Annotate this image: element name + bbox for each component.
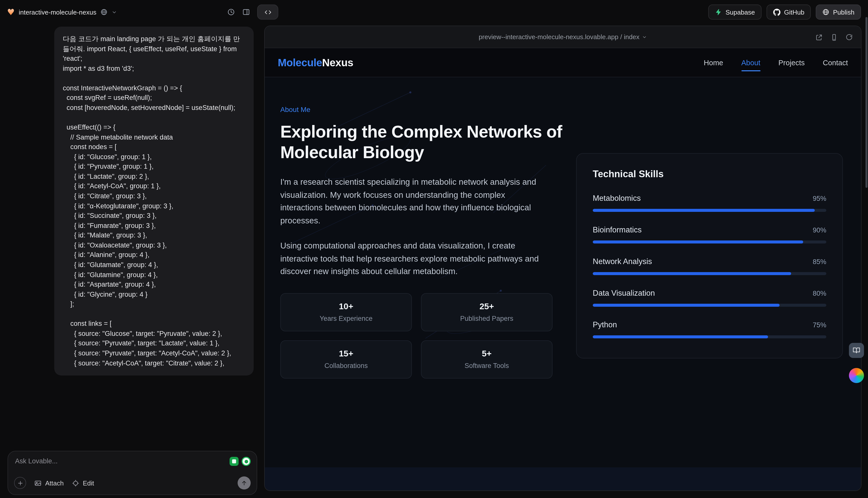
stat-label: Software Tools bbox=[465, 362, 509, 370]
nav-home[interactable]: Home bbox=[704, 48, 723, 77]
site-logo[interactable]: MoleculeNexus bbox=[278, 56, 353, 68]
publish-button[interactable]: Publish bbox=[816, 4, 861, 19]
address-label: preview--interactive-molecule-nexus.lova… bbox=[479, 33, 639, 41]
code-view-toggle[interactable] bbox=[257, 4, 278, 19]
chevron-down-icon bbox=[112, 9, 117, 15]
stat-value: 5+ bbox=[482, 349, 492, 359]
site-preview: MoleculeNexus Home About Projects Contac… bbox=[265, 48, 861, 490]
skill-item: Network Analysis 85% bbox=[593, 257, 826, 275]
preview-url-bar: preview--interactive-molecule-nexus.lova… bbox=[265, 26, 861, 48]
address-text[interactable]: preview--interactive-molecule-nexus.lova… bbox=[479, 33, 647, 41]
chat-composer: Attach Edit bbox=[8, 451, 257, 495]
github-button[interactable]: GitHub bbox=[766, 4, 811, 19]
nav-about[interactable]: About bbox=[741, 48, 760, 77]
skill-bar bbox=[593, 209, 826, 212]
top-bar: ♥ interactive-molecule-nexus Supa bbox=[0, 0, 868, 24]
site-header: MoleculeNexus Home About Projects Contac… bbox=[265, 48, 861, 77]
globe-icon bbox=[101, 9, 107, 16]
site-footer bbox=[265, 467, 861, 490]
technical-skills-card: Technical Skills Metabolomics 95% Bioinf… bbox=[576, 153, 843, 358]
skill-bar bbox=[593, 240, 826, 244]
refresh-icon[interactable] bbox=[845, 34, 853, 41]
docs-button[interactable] bbox=[849, 343, 864, 358]
stat-label: Collaborations bbox=[324, 362, 368, 370]
edit-label: Edit bbox=[83, 479, 94, 487]
chat-history[interactable]: 다음 코드가 main landing page 가 되는 개인 홈페이지를 만… bbox=[0, 24, 259, 448]
about-paragraph-1: I'm a research scientist specializing in… bbox=[280, 176, 548, 227]
publish-label: Publish bbox=[833, 8, 854, 16]
logo-secondary: Nexus bbox=[322, 56, 353, 68]
skill-bar bbox=[593, 335, 826, 338]
lovable-logo-icon: ♥ bbox=[7, 7, 15, 17]
window-scrollbar[interactable] bbox=[866, 17, 868, 188]
logo-primary: Molecule bbox=[278, 56, 322, 68]
stat-label: Published Papers bbox=[460, 315, 513, 323]
view-controls bbox=[227, 0, 278, 24]
code-icon bbox=[264, 8, 272, 16]
stat-value: 15+ bbox=[339, 349, 353, 359]
stat-value: 25+ bbox=[479, 302, 494, 312]
site-nav: Home About Projects Contact bbox=[704, 48, 848, 77]
edit-target-icon bbox=[72, 479, 79, 487]
composer-badges bbox=[230, 457, 251, 466]
github-icon bbox=[773, 8, 781, 16]
nav-projects[interactable]: Projects bbox=[778, 48, 805, 77]
skill-item: Bioinformatics 90% bbox=[593, 225, 826, 244]
attach-button[interactable]: Attach bbox=[34, 479, 64, 487]
supabase-label: Supabase bbox=[726, 8, 755, 16]
chevron-down-icon bbox=[642, 35, 647, 39]
attach-image-icon bbox=[34, 479, 42, 487]
about-paragraph-2: Using computational approaches and data … bbox=[280, 239, 548, 278]
supabase-button[interactable]: Supabase bbox=[709, 4, 762, 19]
plus-icon bbox=[17, 480, 23, 486]
open-external-icon[interactable] bbox=[815, 34, 823, 41]
lovable-edit-badge-icon[interactable] bbox=[849, 368, 864, 383]
stat-card: 25+ Published Papers bbox=[421, 293, 553, 331]
send-button[interactable] bbox=[237, 476, 251, 489]
history-icon[interactable] bbox=[227, 8, 235, 16]
attach-label: Attach bbox=[45, 479, 64, 487]
about-section: About Me Exploring the Complex Networks … bbox=[265, 77, 861, 467]
skill-percent: 80% bbox=[813, 290, 826, 297]
project-name: interactive-molecule-nexus bbox=[19, 8, 96, 16]
chat-panel: 다음 코드가 main landing page 가 되는 개인 홈페이지를 만… bbox=[0, 24, 259, 498]
skill-name: Python bbox=[593, 320, 617, 329]
user-message: 다음 코드가 main landing page 가 되는 개인 홈페이지를 만… bbox=[54, 27, 254, 376]
skill-percent: 90% bbox=[813, 226, 826, 234]
skill-item: Data Visualization 80% bbox=[593, 289, 826, 307]
page-title: Exploring the Complex Networks of Molecu… bbox=[280, 121, 564, 163]
skill-name: Data Visualization bbox=[593, 289, 655, 298]
integration-status-icon[interactable] bbox=[242, 457, 251, 466]
skill-item: Python 75% bbox=[593, 320, 826, 338]
supabase-icon bbox=[715, 9, 722, 16]
skill-name: Network Analysis bbox=[593, 257, 652, 266]
publish-globe-icon bbox=[822, 9, 830, 16]
integration-badge-icon[interactable] bbox=[230, 457, 238, 466]
add-button[interactable] bbox=[14, 477, 26, 489]
skill-item: Metabolomics 95% bbox=[593, 194, 826, 212]
stat-card: 10+ Years Experience bbox=[280, 293, 412, 331]
stats-grid: 10+ Years Experience 25+ Published Paper… bbox=[280, 293, 553, 379]
github-label: GitHub bbox=[784, 8, 804, 16]
mobile-view-icon[interactable] bbox=[830, 34, 838, 41]
chat-input[interactable] bbox=[15, 457, 181, 465]
skills-title: Technical Skills bbox=[593, 169, 826, 180]
stat-card: 15+ Collaborations bbox=[280, 340, 412, 379]
edit-button[interactable]: Edit bbox=[72, 479, 94, 487]
top-bar-actions: Supabase GitHub Publish bbox=[709, 4, 861, 19]
skill-percent: 95% bbox=[813, 195, 826, 202]
skill-bar bbox=[593, 272, 826, 275]
app-window: ♥ interactive-molecule-nexus Supa bbox=[0, 0, 868, 498]
skill-percent: 85% bbox=[813, 258, 826, 265]
nav-contact[interactable]: Contact bbox=[823, 48, 848, 77]
book-icon bbox=[852, 346, 860, 354]
project-menu[interactable]: ♥ interactive-molecule-nexus bbox=[7, 7, 117, 17]
stat-label: Years Experience bbox=[320, 315, 373, 323]
skill-percent: 75% bbox=[813, 321, 826, 329]
skill-bar bbox=[593, 304, 826, 307]
skill-name: Bioinformatics bbox=[593, 225, 642, 234]
panel-toggle-icon[interactable] bbox=[242, 8, 250, 16]
arrow-up-icon bbox=[241, 480, 248, 486]
composer-toolbar: Attach Edit bbox=[14, 476, 251, 489]
preview-panel: preview--interactive-molecule-nexus.lova… bbox=[264, 26, 861, 491]
